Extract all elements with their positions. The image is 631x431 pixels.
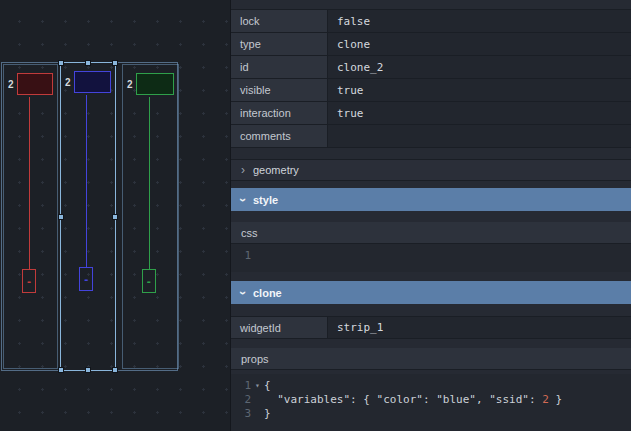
property-row-visible: visible true [231,79,631,102]
strip-count-label: 2 [8,79,14,90]
minus-icon: - [146,276,152,287]
selection-handle[interactable] [58,214,64,220]
property-label: widgetId [231,317,328,338]
property-table: lock false type clone id clone_2 visible… [231,9,631,148]
code-text[interactable]: } [264,407,271,421]
strip-header: 2 [127,72,174,96]
section-label: geometry [253,164,299,176]
code-line: 1 [231,249,631,263]
code-line: 2 "variables": { "color": "blue", "ssid"… [231,393,631,407]
property-label: comments [231,125,328,147]
line-number: 2 [231,393,251,407]
section-header-clone[interactable]: › clone [231,281,631,304]
strip-header: 2 [8,72,53,96]
property-value[interactable]: true [328,102,631,124]
selection-handle[interactable] [85,60,91,66]
props-field-label: props [231,348,631,370]
code-line: 3 } [231,407,631,421]
fold-icon [251,407,264,421]
fold-icon [251,393,264,407]
property-row-type: type clone [231,33,631,56]
property-row-lock: lock false [231,10,631,33]
property-value[interactable]: false [328,10,631,32]
strip-widget-red[interactable]: 2 - [3,64,58,369]
property-value[interactable]: clone [328,33,631,55]
code-segment: "variables": { "color": "blue", "ssid": [264,393,542,406]
code-text[interactable]: { [264,379,271,393]
chevron-right-icon: › [241,164,245,176]
selection-handle[interactable] [112,367,118,373]
strip-line [29,97,30,269]
strip-widget-blue-selected[interactable]: 2 - [60,62,116,371]
fold-icon [251,249,264,263]
strip-count-label: 2 [127,79,133,90]
properties-panel: lock false type clone id clone_2 visible… [230,0,631,431]
property-row-widgetid: widgetId strip_1 [231,316,631,339]
property-label: visible [231,79,328,101]
property-row-id: id clone_2 [231,56,631,79]
section-label: clone [253,287,282,299]
fold-open-icon[interactable]: ▾ [251,379,264,393]
minus-icon: - [26,276,32,287]
section-header-geometry[interactable]: › geometry [231,159,631,181]
property-value[interactable] [328,125,631,147]
strip-header-box [17,73,53,95]
code-text[interactable]: "variables": { "color": "blue", "ssid": … [264,393,562,407]
selection-handle[interactable] [85,367,91,373]
selection-handle[interactable] [58,60,64,66]
strip-header-box [136,73,174,95]
strip-line [86,95,87,267]
property-row-interaction: interaction true [231,102,631,125]
strip-count-label: 2 [65,77,71,88]
strip-valve-box: - [22,269,36,293]
minus-icon: - [83,274,89,285]
selection-handle[interactable] [58,367,64,373]
strip-header-box [74,71,111,93]
strip-line [149,97,150,269]
props-label-text: props [241,353,269,365]
line-number: 1 [231,379,251,393]
chevron-down-icon: › [237,291,249,295]
property-value[interactable]: strip_1 [328,317,631,338]
selection-handle[interactable] [112,214,118,220]
line-number: 1 [231,249,251,263]
property-row-comments: comments [231,125,631,148]
property-value[interactable]: clone_2 [328,56,631,78]
strip-widget-green[interactable]: 2 - [122,64,179,369]
css-label-text: css [241,227,258,239]
strip-valve-box: - [79,267,93,291]
property-value[interactable]: true [328,79,631,101]
widget-editor: 2 - 2 - 2 [0,0,631,431]
strip-header: 2 [65,70,111,94]
property-label: id [231,56,328,78]
line-number: 3 [231,407,251,421]
section-header-style[interactable]: › style [231,188,631,211]
property-label: type [231,33,328,55]
section-label: style [253,194,278,206]
props-json-editor[interactable]: 1 ▾ { 2 "variables": { "color": "blue", … [231,374,631,431]
css-field-label: css [231,222,631,244]
selection-handle[interactable] [112,60,118,66]
canvas[interactable]: 2 - 2 - 2 [0,0,230,431]
strip-valve-box: - [142,269,156,293]
css-code-editor[interactable]: 1 [231,244,631,272]
property-label: lock [231,10,328,32]
code-line: 1 ▾ { [231,379,631,393]
chevron-down-icon: › [237,198,249,202]
code-number-token: 2 [542,393,549,406]
property-label: interaction [231,102,328,124]
code-segment: } [549,393,562,406]
